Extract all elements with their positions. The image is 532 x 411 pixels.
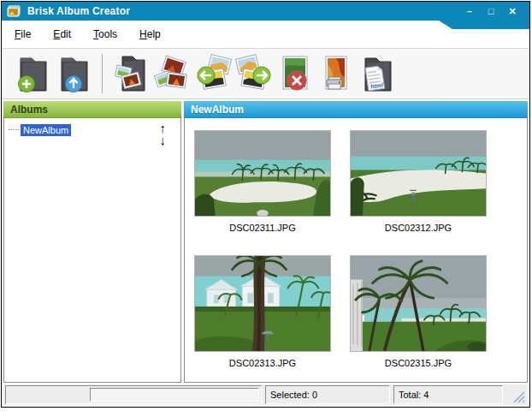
photo-stack-button[interactable] — [151, 51, 192, 96]
photos-arrow-left-icon — [194, 53, 232, 94]
photo-stack-icon — [153, 53, 191, 94]
tree-item-newalbum[interactable]: NewAlbum — [4, 123, 180, 136]
album-view-panel: NewAlbum — [184, 101, 528, 383]
status-progress-panel — [5, 385, 262, 404]
thumbnail-filename: DSC02313.JPG — [229, 358, 296, 368]
status-selected: Selected: 0 — [265, 385, 390, 404]
menu-edit[interactable]: Edit — [50, 27, 74, 42]
tree-item-label: NewAlbum — [21, 124, 71, 136]
add-photos-button[interactable] — [110, 51, 151, 96]
albums-tree: NewAlbum ↑ ↓ — [3, 118, 181, 383]
thumbnail-filename: DSC02312.JPG — [385, 223, 452, 233]
thumbnail-image — [350, 130, 487, 217]
thumbnail-image — [194, 130, 331, 217]
folder-photos-icon — [112, 53, 150, 94]
folder-up-arrow-icon — [55, 53, 92, 94]
titlebar: Brisk Album Creator – □ ✕ — [2, 2, 529, 21]
thumbnail-image — [194, 255, 331, 352]
progress-bar — [90, 388, 259, 402]
thumbnail-grid: DSC02311.JPG — [184, 118, 528, 383]
thumbnail-filename: DSC02315.JPG — [385, 358, 452, 368]
maximize-button[interactable]: □ — [486, 5, 496, 17]
photos-arrow-right-icon — [235, 53, 273, 94]
menu-help[interactable]: Help — [137, 27, 163, 42]
print-photo-button[interactable] — [316, 51, 357, 96]
menu-file[interactable]: File — [12, 27, 33, 42]
toolbar-separator — [102, 54, 103, 93]
thumbnail-dsc02312[interactable]: DSC02312.JPG — [340, 130, 496, 233]
thumbnail-dsc02315[interactable]: DSC02315.JPG — [340, 255, 496, 368]
thumbnail-filename: DSC02311.JPG — [229, 223, 295, 233]
move-photo-left-button[interactable] — [192, 51, 233, 96]
move-photo-right-button[interactable] — [233, 51, 275, 96]
resize-grip[interactable] — [511, 389, 526, 404]
photo-delete-icon — [276, 53, 314, 94]
window-title: Brisk Album Creator — [27, 5, 130, 17]
thumbnail-dsc02311[interactable]: DSC02311.JPG — [185, 130, 340, 233]
statusbar: Selected: 0 Total: 4 — [3, 384, 528, 405]
export-html-button[interactable]: html — [357, 51, 398, 96]
tree-branch-line — [9, 129, 19, 130]
thumbnail-dsc02313[interactable]: DSC02313.JPG — [185, 255, 340, 368]
status-total: Total: 4 — [393, 385, 503, 404]
albums-panel: Albums NewAlbum ↑ ↓ — [3, 101, 181, 383]
folder-html-icon: html — [358, 53, 396, 94]
folder-add-icon — [14, 53, 51, 94]
toolbar: html — [2, 49, 529, 99]
thumbnail-image — [350, 255, 487, 352]
app-window: Brisk Album Creator – □ ✕ File Edit Tool… — [1, 1, 530, 408]
app-icon[interactable] — [7, 4, 22, 18]
delete-photo-button[interactable] — [275, 51, 316, 96]
albums-panel-header: Albums — [3, 101, 181, 118]
new-album-button[interactable] — [12, 51, 53, 96]
album-up-button[interactable] — [53, 51, 94, 96]
album-view-header: NewAlbum — [184, 101, 528, 118]
photo-print-icon — [317, 53, 355, 94]
menu-tools[interactable]: Tools — [91, 27, 120, 42]
main-area: Albums NewAlbum ↑ ↓ NewAlbum — [3, 101, 528, 383]
close-button[interactable]: ✕ — [507, 5, 517, 17]
move-album-down-icon[interactable]: ↓ — [160, 134, 167, 146]
minimize-button[interactable]: – — [464, 5, 475, 17]
titlebar-skin-tab — [439, 21, 529, 29]
